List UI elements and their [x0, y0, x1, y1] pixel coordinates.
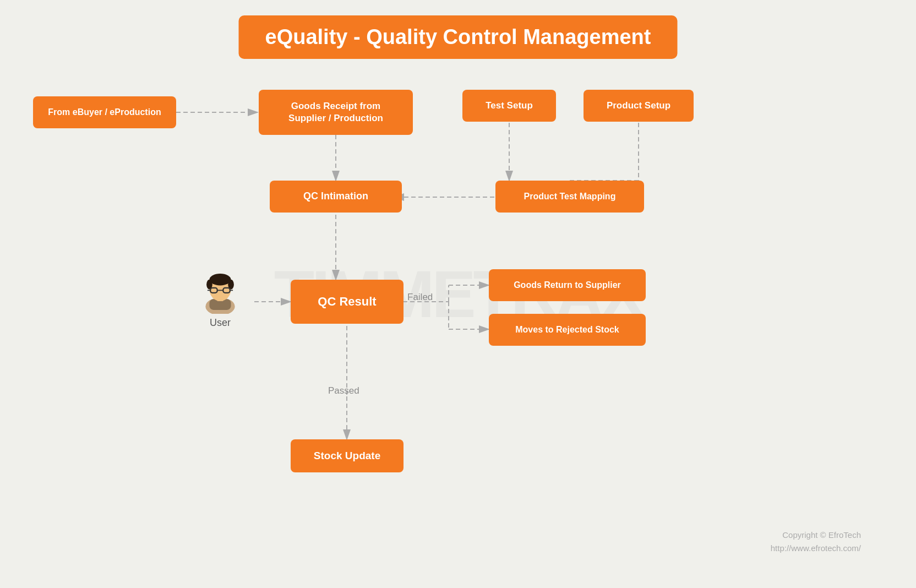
user-label: User: [210, 317, 231, 329]
test-setup-box: Test Setup: [462, 90, 556, 122]
user-avatar: [198, 270, 242, 314]
page-title: eQuality - Quality Control Management: [265, 25, 651, 49]
passed-label: Passed: [328, 385, 359, 396]
from-ebuyer-box: From eBuyer / eProduction: [33, 96, 176, 128]
connector-lines: [0, 0, 916, 588]
moves-rejected-box: Moves to Rejected Stock: [489, 314, 646, 346]
goods-receipt-box: Goods Receipt fromSupplier / Production: [259, 90, 413, 135]
copyright: Copyright © EfroTech http://www.efrotech…: [771, 529, 861, 555]
main-container: TIMMETRAX eQuality - Quality Control Man…: [0, 0, 916, 588]
copyright-line2: http://www.efrotech.com/: [771, 542, 861, 555]
qc-result-box: QC Result: [291, 280, 404, 324]
goods-return-box: Goods Return to Supplier: [489, 269, 646, 301]
title-box: eQuality - Quality Control Management: [239, 15, 678, 59]
failed-label: Failed: [407, 292, 433, 303]
product-test-mapping-box: Product Test Mapping: [495, 181, 644, 213]
product-setup-box: Product Setup: [584, 90, 694, 122]
user-figure: User: [198, 270, 242, 329]
copyright-line1: Copyright © EfroTech: [771, 529, 861, 542]
qc-intimation-box: QC Intimation: [270, 181, 402, 213]
stock-update-box: Stock Update: [291, 439, 404, 472]
svg-point-22: [209, 274, 231, 285]
